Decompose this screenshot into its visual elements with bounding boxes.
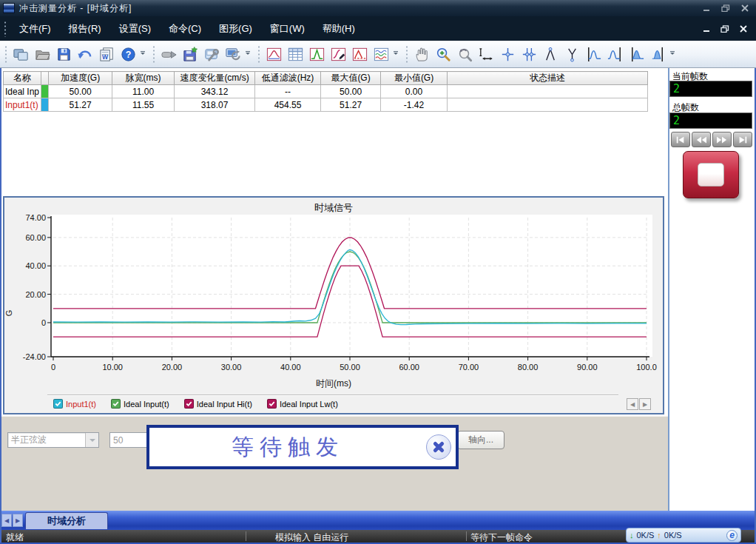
minimize-icon[interactable]	[700, 3, 713, 13]
menu-file[interactable]: 文件(F)	[10, 17, 60, 41]
open-file-icon[interactable]	[32, 44, 53, 64]
stop-button[interactable]	[683, 151, 739, 198]
tab-time-domain-analysis[interactable]: 时域分析	[25, 512, 108, 529]
window-title: 冲击测量分析 - [时域分析]	[19, 2, 132, 15]
y-tick-label: 74.00	[7, 213, 46, 222]
double-cursor-icon[interactable]	[519, 44, 540, 64]
new-frame-icon[interactable]	[10, 44, 32, 64]
pulse-fill-right-icon[interactable]	[647, 44, 669, 64]
toolbar-grip	[257, 45, 261, 63]
plot-area[interactable]: 74.0060.0040.0020.000-24.00010.0020.0030…	[4, 198, 663, 362]
waiting-trigger-message: 等待触发	[149, 432, 426, 463]
settings-wrench-icon[interactable]	[201, 44, 223, 64]
network-monitor: ↓ 0K/S ↑ 0K/S e	[626, 528, 741, 543]
column-header-7[interactable]: 最小值(G)	[381, 72, 448, 85]
undo-icon[interactable]	[75, 44, 96, 64]
table-row[interactable]: Ideal Inp50.0011.00343.12--50.000.00	[4, 85, 648, 98]
table-row[interactable]: Input1(t)51.2711.55318.07454.5551.27-1.4…	[4, 98, 648, 112]
srs-window-icon[interactable]	[328, 44, 349, 64]
column-header-0[interactable]: 名称	[4, 72, 41, 85]
title-bar: 冲击测量分析 - [时域分析]	[0, 0, 756, 16]
menu-settings[interactable]: 设置(S)	[110, 17, 160, 41]
pulse-fill-left-icon[interactable]	[626, 44, 647, 64]
toolbar-overflow-icon[interactable]	[669, 44, 676, 64]
toolbar-group-2	[148, 41, 253, 67]
valley-marker-icon[interactable]	[561, 44, 583, 64]
zoom-out-icon[interactable]	[454, 44, 476, 64]
svg-text:W: W	[102, 53, 109, 61]
maximize-icon[interactable]	[719, 3, 732, 13]
signal-value: -1.42	[381, 98, 448, 112]
column-header-3[interactable]: 脉宽(ms)	[112, 72, 175, 85]
legend-label: Ideal Input Hi(t)	[197, 400, 252, 409]
toolbar-grip	[405, 45, 409, 63]
save-setup-icon[interactable]	[180, 44, 201, 64]
time-domain-chart-panel[interactable]: 时域信号 74.0060.0040.0020.000-24.00010.0020…	[3, 196, 664, 414]
legend-checkbox-icon[interactable]	[111, 399, 121, 409]
wave-type-value: 半正弦波	[8, 434, 85, 446]
measure-ruler-icon[interactable]	[476, 44, 497, 64]
pan-hand-icon[interactable]	[411, 44, 433, 64]
menu-command[interactable]: 命令(C)	[160, 17, 210, 41]
menu-window[interactable]: 窗口(W)	[261, 17, 314, 41]
tab-scroll-left-icon[interactable]: ◀	[1, 514, 12, 527]
column-header-1[interactable]	[41, 72, 49, 85]
toolbar-grip	[4, 45, 8, 63]
data-refresh-icon[interactable]	[223, 44, 244, 64]
help-icon[interactable]: ?	[118, 44, 139, 64]
menu-items: 文件(F)报告(R)设置(S)命令(C)图形(G)窗口(W)帮助(H)	[10, 17, 364, 41]
multi-curve-window-icon[interactable]	[371, 44, 392, 64]
tolerance-window-icon[interactable]	[349, 44, 371, 64]
legend-scroll-left-icon[interactable]: ◀	[627, 398, 638, 410]
signal-status	[448, 98, 648, 112]
browser-icon[interactable]: e	[726, 530, 738, 541]
menu-graph[interactable]: 图形(G)	[210, 17, 261, 41]
legend-checkbox-icon[interactable]	[53, 399, 63, 409]
app-icon	[3, 3, 15, 13]
column-header-6[interactable]: 最大值(G)	[321, 72, 381, 85]
table-window-icon[interactable]	[285, 44, 306, 64]
first-frame-icon[interactable]	[671, 132, 690, 147]
y-tick-label: -24.00	[7, 352, 46, 361]
axis-button[interactable]: 轴向...	[457, 431, 504, 449]
tab-scroll-right-icon[interactable]: ▶	[13, 514, 23, 527]
column-header-5[interactable]: 低通滤波(Hz)	[255, 72, 321, 85]
prev-frame-icon[interactable]	[692, 132, 711, 147]
save-file-icon[interactable]	[53, 44, 75, 64]
mdi-minimize-icon[interactable]	[700, 24, 713, 34]
column-header-2[interactable]: 加速度(G)	[49, 72, 112, 85]
mdi-close-icon[interactable]	[737, 24, 750, 34]
download-speed: 0K/S	[637, 531, 655, 540]
pulse-window-icon[interactable]	[306, 44, 328, 64]
peak-marker-icon[interactable]	[540, 44, 561, 64]
legend-scroll-right-icon[interactable]: ▶	[639, 398, 651, 410]
dialog-close-icon[interactable]	[426, 434, 451, 460]
menu-report[interactable]: 报告(R)	[60, 17, 110, 41]
curve-window-icon[interactable]	[263, 44, 285, 64]
pulse-left-bound-icon[interactable]	[583, 44, 604, 64]
column-header-8[interactable]: 状态描述	[448, 72, 648, 85]
toolbar-overflow-icon[interactable]	[139, 44, 146, 64]
zoom-in-icon[interactable]	[433, 44, 454, 64]
combo-arrow-icon[interactable]	[85, 433, 98, 447]
signal-value: 50.00	[49, 85, 112, 98]
next-frame-icon[interactable]	[712, 132, 732, 147]
x-tick-label: 20.00	[152, 363, 192, 372]
wave-type-select[interactable]: 半正弦波	[7, 432, 99, 448]
toolbar-overflow-icon[interactable]	[244, 44, 252, 64]
legend-checkbox-icon[interactable]	[184, 399, 194, 409]
pulse-right-bound-icon[interactable]	[604, 44, 626, 64]
mdi-restore-icon[interactable]	[718, 24, 732, 34]
legend-checkbox-icon[interactable]	[267, 399, 277, 409]
menu-help[interactable]: 帮助(H)	[314, 17, 364, 41]
stop-icon	[698, 163, 724, 187]
close-icon[interactable]	[738, 3, 752, 13]
menu-grip	[4, 21, 7, 37]
toolbar-overflow-icon[interactable]	[392, 44, 399, 64]
column-header-4[interactable]: 速度变化量(cm/s)	[175, 72, 255, 85]
download-arrow-icon: ↓	[630, 531, 634, 540]
report-doc-icon[interactable]: W	[96, 44, 118, 64]
trigger-control-icon[interactable]	[158, 44, 180, 64]
last-frame-icon[interactable]	[733, 132, 752, 147]
single-cursor-icon[interactable]	[497, 44, 519, 64]
